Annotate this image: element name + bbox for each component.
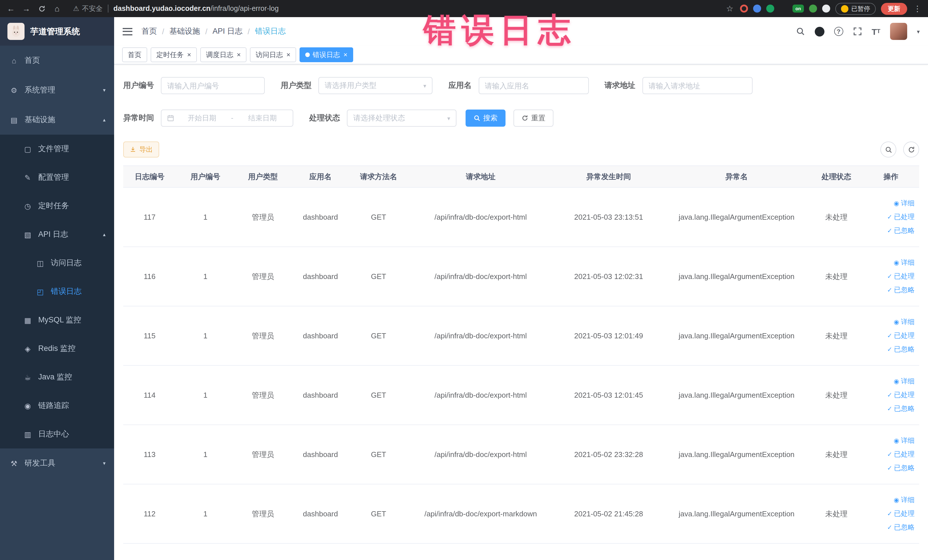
fullscreen-icon[interactable] [853,27,862,36]
update-button[interactable]: 更新 [881,3,907,15]
sidebar-item[interactable]: ◷定时任务 [0,192,114,220]
bookmark-star-icon[interactable]: ☆ [725,5,735,12]
search-icon [885,146,892,153]
cell-app: dashboard [291,484,350,543]
export-button[interactable]: 导出 [123,142,159,157]
close-icon[interactable]: × [187,51,191,58]
action-ignored-link[interactable]: ✓已忽略 [887,523,914,533]
back-icon[interactable]: ← [6,5,16,12]
extension-paw-icon[interactable] [822,5,830,12]
sidebar-item[interactable]: ▢文件管理 [0,135,114,163]
tab-item[interactable]: 定时任务× [151,47,197,62]
active-tab-dot-icon [305,52,310,57]
sidebar-item[interactable]: ☕Java 监控 [0,363,114,391]
reset-button[interactable]: 重置 [513,110,553,127]
extension-leaf-icon[interactable] [809,5,817,12]
sidebar-item[interactable]: ◈Redis 监控 [0,334,114,363]
action-detail-link[interactable]: ◉详细 [894,317,914,327]
sidebar-item[interactable]: ⚒研发工具▾ [0,449,114,478]
avatar[interactable] [890,23,907,40]
chevron-down-icon: ▾ [447,115,450,121]
filter-request-url: 请求地址 [604,77,752,94]
process-status-select[interactable]: 请选择处理状态 ▾ [347,110,456,127]
help-icon[interactable]: ? [834,27,843,36]
sidebar-item[interactable]: ◰错误日志 [0,277,114,306]
browser-home-icon[interactable]: ⌂ [52,5,62,12]
screen: ← → ⌂ ⚠ 不安全 dashboard.yudao.iocoder.cn/i… [0,0,928,560]
hamburger-icon[interactable] [123,27,132,35]
exception-time-range-picker[interactable]: 开始日期 - 结束日期 [161,110,293,127]
user-id-input[interactable] [161,77,265,94]
tab-item[interactable]: 首页 [122,47,147,62]
extension-icon-1[interactable] [740,5,748,12]
action-ignored-link[interactable]: ✓已忽略 [887,285,914,295]
extension-grid-icon[interactable] [779,5,788,12]
action-detail-link[interactable]: ◉详细 [894,198,914,208]
sidebar-item[interactable]: ◫访问日志 [0,249,114,277]
breadcrumb-item[interactable]: 基础设施 [169,26,200,37]
refresh-button[interactable] [903,142,919,157]
action-detail-link[interactable]: ◉详细 [894,377,914,386]
cell-app: dashboard [291,306,350,365]
sidebar-item[interactable]: ▧API 日志▴ [0,220,114,249]
breadcrumb-item[interactable]: 首页 [142,26,157,37]
sidebar-item[interactable]: ▤基础设施▴ [0,105,114,135]
filter-row-2: 异常时间 开始日期 - 结束日期 处理状态 请选 [123,110,919,127]
process-status-label: 处理状态 [309,113,340,123]
cell-time: 2021-05-03 12:01:49 [554,306,663,365]
breadcrumb-item[interactable]: API 日志 [212,26,243,37]
sidebar-item[interactable]: ◉链路追踪 [0,391,114,420]
action-detail-link[interactable]: ◉详细 [894,495,914,505]
action-processed-link[interactable]: ✓已处理 [887,450,914,459]
action-processed-link[interactable]: ✓已处理 [887,212,914,222]
sidebar-item[interactable]: ✎配置管理 [0,163,114,192]
action-detail-link[interactable]: ◉详细 [894,258,914,268]
reload-icon[interactable] [37,4,47,13]
sidebar-item[interactable]: ⚙系统管理▾ [0,75,114,105]
security-indicator[interactable]: ⚠ 不安全 [73,4,103,14]
sidebar-item[interactable]: ▦MySQL 监控 [0,306,114,334]
request-url-input[interactable] [642,77,752,94]
table-row: 1161管理员dashboardGET/api/infra/db-doc/exp… [123,247,919,306]
extension-icon-3[interactable] [766,5,774,12]
sidebar-item[interactable]: ⌂首页 [0,46,114,75]
extension-on-badge[interactable]: on [792,5,804,12]
paused-extension-button[interactable]: 已暂停 [835,3,876,15]
filter-exception-time: 异常时间 开始日期 - 结束日期 [123,110,293,127]
action-ignored-link[interactable]: ✓已忽略 [887,463,914,473]
search-toggle-button[interactable] [881,142,896,157]
log-center-icon: ▥ [23,430,32,438]
tab-item[interactable]: 错误日志× [299,47,353,62]
url-bar[interactable]: dashboard.yudao.iocoder.cn/infra/log/api… [113,5,279,12]
font-size-icon[interactable]: TT [872,27,881,36]
close-icon[interactable]: × [286,51,290,58]
logo[interactable]: 芋道管理系统 [0,17,114,46]
action-processed-link[interactable]: ✓已处理 [887,331,914,340]
action-processed-link[interactable]: ✓已处理 [887,509,914,519]
user-type-select[interactable]: 请选择用户类型 ▾ [318,77,432,94]
github-icon[interactable] [815,26,824,36]
forward-icon[interactable]: → [21,5,31,12]
close-icon[interactable]: × [237,51,241,58]
table-row: 1131管理员dashboardGET/api/infra/db-doc/exp… [123,425,919,484]
action-ignored-link[interactable]: ✓已忽略 [887,345,914,354]
close-icon[interactable]: × [343,51,348,58]
search-icon[interactable] [796,27,805,36]
extension-icon-2[interactable] [753,5,761,12]
action-processed-link[interactable]: ✓已处理 [887,272,914,281]
search-button[interactable]: 搜索 [466,110,505,127]
column-header-status: 处理状态 [810,166,863,188]
tab-item[interactable]: 调度日志× [200,47,246,62]
action-processed-link[interactable]: ✓已处理 [887,390,914,400]
table-toolbar: 导出 [123,142,919,157]
app-name-input[interactable] [478,77,589,94]
action-ignored-link[interactable]: ✓已忽略 [887,404,914,414]
breadcrumb-item[interactable]: 错误日志 [255,26,286,37]
action-detail-link[interactable]: ◉详细 [894,436,914,446]
browser-menu-icon[interactable]: ⋮ [912,5,923,12]
error-log-table-wrap: 日志编号用户编号用户类型应用名请求方法名请求地址异常发生时间异常名处理状态操作 … [123,165,919,544]
action-ignored-link[interactable]: ✓已忽略 [887,226,914,236]
tab-item[interactable]: 访问日志× [250,47,296,62]
sidebar-item[interactable]: ▥日志中心 [0,420,114,449]
chevron-down-icon[interactable]: ▾ [917,28,920,35]
